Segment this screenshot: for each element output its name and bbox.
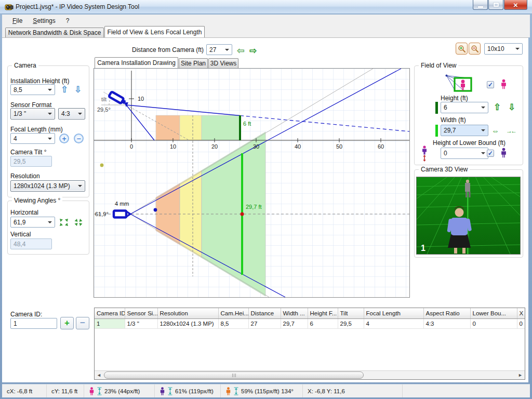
person-purple-icon[interactable] [500, 148, 507, 158]
col-sensor-size[interactable]: Sensor Si... [125, 308, 157, 318]
maximize-button[interactable] [488, 0, 503, 10]
zoom-in-icon [458, 45, 466, 53]
lower-bound-checkbox[interactable]: ✓ [487, 150, 494, 157]
height-down-arrow[interactable]: ⇩ [74, 85, 82, 94]
cell-tilt[interactable]: 29,5 [338, 318, 364, 328]
cell-sensor-size[interactable]: 1/3 " [125, 318, 157, 328]
reference-dot-blue[interactable] [154, 208, 157, 212]
col-width[interactable]: Width ... [281, 308, 308, 318]
angle-expand-icon[interactable] [59, 218, 69, 228]
menu-help[interactable]: ? [61, 16, 75, 26]
status-xy: X: -6,8 Y: 11,6 [303, 384, 403, 397]
height-meter-icon [97, 387, 102, 395]
target-height-label: 6 ft [243, 121, 251, 127]
show-person-checkbox[interactable]: ✓ [487, 81, 494, 88]
col-x[interactable]: X [517, 308, 525, 318]
cell-resolution[interactable]: 1280x1024 (1.3 MP) [157, 318, 218, 328]
chevron-down-icon [481, 107, 485, 111]
cell-x[interactable]: 0 [517, 318, 525, 328]
fov-width-combo[interactable]: 29,7 [441, 125, 488, 136]
scroll-right-arrow[interactable]: ► [516, 371, 525, 379]
fov-width-contract-arrow[interactable]: →← [506, 128, 515, 134]
cell-cam-height[interactable]: 8,5 [218, 318, 248, 328]
remove-camera-button[interactable]: − [76, 317, 89, 329]
axis-tick-60: 60 [378, 143, 384, 150]
cell-lower-bound[interactable]: 0 [470, 318, 517, 328]
installation-height-combo[interactable]: 8,5 [10, 84, 55, 95]
menu-file[interactable]: File [7, 16, 28, 26]
lower-bound-combo[interactable]: 0 [441, 148, 488, 159]
tab-network-bandwidth[interactable]: Network Bandwidth & Disk Space [5, 28, 104, 37]
aspect-ratio-combo[interactable]: 4:3 [58, 108, 85, 119]
tab-field-of-view[interactable]: Field of View & Lens Focal Length [104, 26, 205, 37]
add-camera-button[interactable]: + [60, 317, 74, 329]
camera-id-input[interactable]: 1 [10, 318, 57, 329]
axis-tick-30: 30 [253, 143, 259, 150]
col-cam-height[interactable]: Cam.Hei... [218, 308, 248, 318]
col-tilt[interactable]: Tilt [338, 308, 364, 318]
status-spacer [403, 384, 530, 397]
sensor-format-label: Sensor Format [10, 101, 51, 109]
status-cx: cX: -6,8 ft [2, 384, 47, 397]
fov-height-up-arrow[interactable]: ⇧ [494, 103, 501, 112]
zoom-out-button[interactable] [469, 43, 481, 55]
sensor-format-combo[interactable]: 1/3 " [10, 108, 55, 119]
tab-camera-installation-drawing[interactable]: Camera Installation Drawing [95, 57, 178, 68]
col-camera-id[interactable]: Camera ID [95, 308, 125, 318]
status-identification: 59% (115px/ft) 134° [221, 384, 303, 397]
cell-aspect-ratio[interactable]: 4:3 [423, 318, 470, 328]
fov-height-down-arrow[interactable]: ⇩ [508, 103, 515, 112]
cell-height-fov[interactable]: 6 [308, 318, 338, 328]
distance-next-arrow[interactable]: ⇨ [249, 46, 257, 55]
col-resolution[interactable]: Resolution [157, 308, 218, 318]
focal-plus-button[interactable]: + [59, 134, 69, 143]
cell-distance[interactable]: 27 [248, 318, 281, 328]
cell-width[interactable]: 29,7 [281, 318, 308, 328]
cell-focal-length[interactable]: 4 [364, 318, 423, 328]
distance-prev-arrow[interactable]: ⇦ [237, 46, 244, 55]
tab-site-plan[interactable]: Site Plan [179, 58, 208, 68]
fov-width-expand-arrow[interactable]: ⇔ [491, 127, 499, 135]
distance-combo[interactable]: 27 [206, 44, 232, 55]
person-pink-icon[interactable] [500, 79, 507, 89]
installation-drawing-canvas[interactable]: 0 10 20 30 40 50 60 10 tilt 29,5° 6 ft 2… [94, 68, 410, 298]
status-detection: 23% (44px/ft) [84, 384, 155, 397]
menu-settings[interactable]: Settings [28, 16, 60, 26]
minimize-button[interactable] [473, 0, 488, 10]
scroll-left-arrow[interactable]: ◄ [95, 371, 103, 379]
side-zone-near [156, 115, 180, 140]
status-recognition: 61% (119px/ft) [155, 384, 221, 397]
table-hscrollbar[interactable]: ◄ ► [95, 370, 525, 379]
axis-tick-50: 50 [336, 143, 342, 150]
window-title: Project1.jvsg* - IP Video System Design … [16, 3, 139, 10]
reference-dot-olive[interactable] [100, 164, 104, 167]
angle-contract-icon[interactable] [74, 218, 83, 228]
chevron-down-icon [48, 138, 52, 142]
col-distance[interactable]: Distance [248, 308, 281, 318]
col-height-fov[interactable]: Height F... [308, 308, 338, 318]
grid-size-combo[interactable]: 10x10 [484, 43, 523, 55]
target-height-bar [239, 115, 241, 140]
focal-minus-button[interactable]: − [74, 134, 84, 143]
tab-3d-views[interactable]: 3D Views [208, 58, 238, 68]
resolution-combo[interactable]: 1280x1024 (1.3 MP) [10, 180, 85, 192]
scroll-thumb[interactable] [104, 371, 364, 379]
fov-height-combo[interactable]: 6 [441, 102, 488, 113]
col-focal-length[interactable]: Focal Length [364, 308, 423, 318]
col-lower-bound[interactable]: Lower Bou... [470, 308, 517, 318]
focal-length-value: 4 [14, 135, 17, 142]
fov-diagram: 0 10 20 30 40 50 60 10 tilt 29,5° 6 ft 2… [94, 69, 409, 297]
title-bar[interactable]: Project1.jvsg* - IP Video System Design … [0, 0, 532, 14]
focal-length-combo[interactable]: 4 [10, 133, 55, 144]
close-button[interactable]: × [504, 0, 527, 10]
zoom-in-button[interactable] [456, 43, 468, 55]
cell-camera-id[interactable]: 1 [95, 318, 125, 328]
camera-3d-viewport[interactable]: 1 [416, 177, 521, 255]
field-of-view-title: Field of View [419, 62, 458, 69]
height-up-arrow[interactable]: ⇧ [61, 85, 68, 94]
horizontal-angle-combo[interactable]: 61,9 [10, 217, 55, 228]
table-row[interactable]: 1 1/3 " 1280x1024 (1.3 MP) 8,5 27 29,7 6… [95, 318, 525, 328]
axis-tick-0: 0 [130, 143, 133, 150]
col-aspect-ratio[interactable]: Aspect Ratio [423, 308, 470, 318]
distance-point-dot[interactable] [241, 212, 244, 216]
